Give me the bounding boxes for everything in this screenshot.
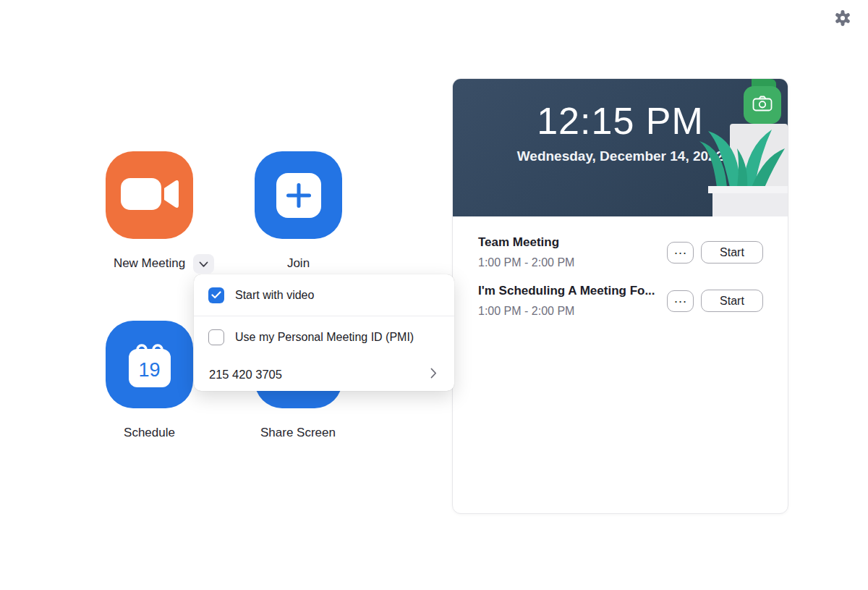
meetings-panel: 12:15 PM Wednesday, December 14, 2022 Te…	[452, 78, 788, 514]
calendar-icon: 19	[129, 342, 171, 387]
new-meeting-dropdown-menu: Start with video Use my Personal Meeting…	[194, 274, 454, 391]
use-pmi-checkbox[interactable]	[208, 329, 224, 345]
settings-button[interactable]	[833, 10, 852, 29]
schedule-button[interactable]: 19	[106, 321, 193, 408]
menu-item-start-with-video[interactable]: Start with video	[194, 274, 454, 316]
meeting-title: I'm Scheduling A Meeting Fo...	[478, 284, 655, 298]
pmi-number: 215 420 3705	[209, 368, 282, 382]
camera-icon	[752, 96, 773, 114]
join-label: Join	[255, 256, 342, 271]
clock-time: 12:15 PM	[453, 99, 788, 143]
zoom-home-screen: New Meeting Join 19 Schedul	[0, 0, 868, 590]
new-meeting-button[interactable]	[106, 151, 193, 239]
chevron-down-icon	[199, 258, 208, 271]
new-meeting-options-button[interactable]	[193, 254, 214, 274]
gear-icon	[834, 9, 851, 30]
join-button[interactable]	[255, 151, 342, 239]
plus-icon	[276, 173, 321, 218]
menu-item-pmi-number[interactable]: 215 420 3705	[194, 358, 454, 392]
meeting-more-button[interactable]: …	[667, 290, 694, 312]
calendar-day-number: 19	[138, 355, 160, 382]
meeting-row: I'm Scheduling A Meeting Fo... 1:00 PM -…	[478, 284, 763, 318]
meeting-time-range: 1:00 PM - 2:00 PM	[478, 256, 574, 269]
start-with-video-label: Start with video	[235, 289, 314, 302]
ellipsis-icon: …	[673, 290, 687, 306]
new-meeting-label: New Meeting	[106, 256, 193, 271]
meeting-start-button[interactable]: Start	[701, 241, 763, 264]
check-icon	[211, 291, 221, 299]
clock-date: Wednesday, December 14, 2022	[453, 148, 788, 164]
start-with-video-checkbox[interactable]	[208, 287, 224, 303]
clock-header: 12:15 PM Wednesday, December 14, 2022	[453, 79, 788, 216]
chevron-right-icon	[430, 368, 437, 382]
start-button-label: Start	[720, 295, 744, 308]
meeting-list: Team Meeting 1:00 PM - 2:00 PM … Start I…	[453, 216, 788, 318]
share-screen-label: Share Screen	[233, 426, 363, 440]
meeting-start-button[interactable]: Start	[701, 290, 763, 312]
ellipsis-icon: …	[673, 242, 687, 258]
meeting-title: Team Meeting	[478, 235, 574, 250]
start-button-label: Start	[720, 246, 744, 259]
camera-button[interactable]	[744, 86, 781, 124]
meeting-more-button[interactable]: …	[667, 242, 694, 264]
meeting-time-range: 1:00 PM - 2:00 PM	[478, 305, 655, 318]
use-pmi-label: Use my Personal Meeting ID (PMI)	[235, 331, 414, 344]
menu-item-use-pmi[interactable]: Use my Personal Meeting ID (PMI)	[194, 316, 454, 358]
meeting-row: Team Meeting 1:00 PM - 2:00 PM … Start	[478, 235, 763, 269]
video-camera-icon	[118, 173, 182, 218]
schedule-label: Schedule	[106, 426, 193, 440]
